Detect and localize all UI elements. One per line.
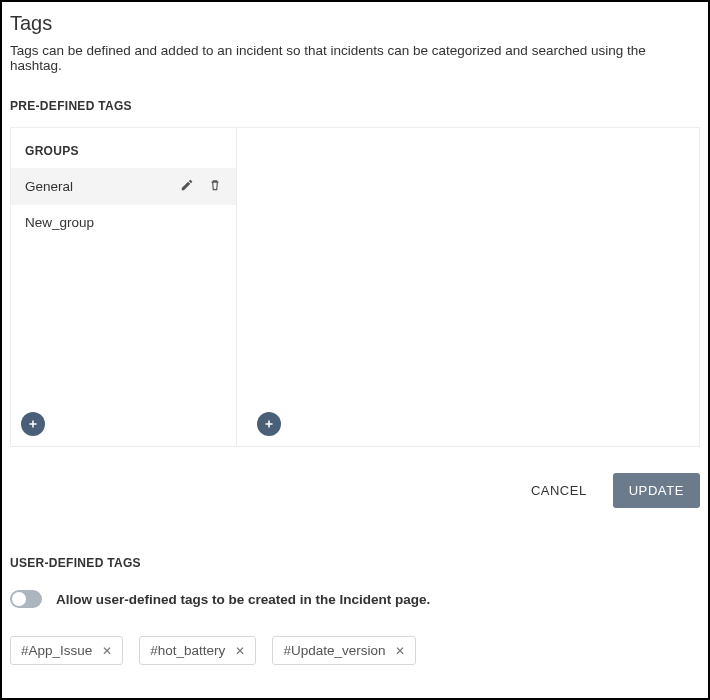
user-defined-tags-heading: USER-DEFINED TAGS — [10, 556, 700, 570]
close-icon[interactable]: ✕ — [102, 644, 112, 658]
groups-header: GROUPS — [11, 128, 236, 168]
user-tag-chip[interactable]: #App_Issue ✕ — [10, 636, 123, 665]
user-tag-label: #App_Issue — [21, 643, 92, 658]
add-group-button[interactable] — [21, 412, 45, 436]
toggle-knob — [12, 592, 26, 606]
edit-icon[interactable] — [180, 178, 194, 195]
action-row: CANCEL UPDATE — [10, 473, 700, 508]
group-item-general[interactable]: General — [11, 168, 236, 205]
cancel-button[interactable]: CANCEL — [525, 482, 593, 499]
group-item-new-group[interactable]: New_group — [11, 205, 236, 240]
page-description: Tags can be defined and added to an inci… — [10, 43, 700, 73]
allow-user-tags-toggle[interactable] — [10, 590, 42, 608]
page-title: Tags — [10, 12, 700, 35]
user-tag-label: #Update_version — [283, 643, 385, 658]
predefined-tags-panel: GROUPS General New_group — [10, 127, 700, 447]
group-item-label: New_group — [25, 215, 222, 230]
update-button[interactable]: UPDATE — [613, 473, 700, 508]
user-tag-chip[interactable]: #Update_version ✕ — [272, 636, 416, 665]
add-tag-button[interactable] — [257, 412, 281, 436]
allow-user-tags-label: Allow user-defined tags to be created in… — [56, 592, 430, 607]
predefined-tags-heading: PRE-DEFINED TAGS — [10, 99, 700, 113]
user-tag-label: #hot_battery — [150, 643, 225, 658]
close-icon[interactable]: ✕ — [235, 644, 245, 658]
delete-icon[interactable] — [208, 178, 222, 195]
groups-column: GROUPS General New_group — [11, 128, 237, 446]
user-tag-chips: #App_Issue ✕ #hot_battery ✕ #Update_vers… — [10, 636, 700, 665]
user-defined-tags-section: USER-DEFINED TAGS Allow user-defined tag… — [10, 556, 700, 665]
group-item-label: General — [25, 179, 180, 194]
user-tag-chip[interactable]: #hot_battery ✕ — [139, 636, 256, 665]
group-tags-column — [237, 128, 699, 446]
close-icon[interactable]: ✕ — [395, 644, 405, 658]
